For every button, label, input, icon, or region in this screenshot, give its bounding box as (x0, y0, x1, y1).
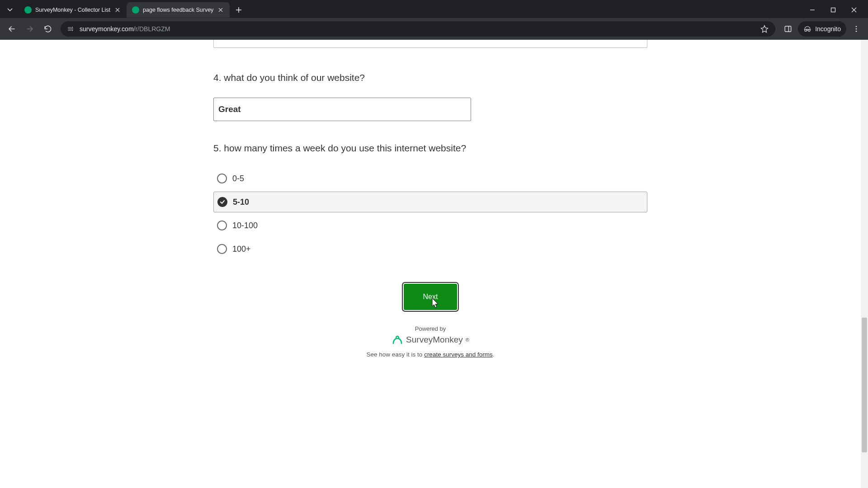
page-viewport: 4. what do you think of our website? 5. … (0, 40, 868, 488)
favicon-icon (132, 6, 139, 14)
arrow-left-icon (8, 25, 16, 33)
page-content: 4. what do you think of our website? 5. … (0, 40, 861, 488)
kebab-icon (852, 25, 860, 33)
address-bar[interactable]: surveymonkey.com/r/DBLRGZM (61, 21, 775, 37)
new-tab-button[interactable] (232, 4, 245, 16)
toolbar: surveymonkey.com/r/DBLRGZM Incognito (0, 18, 868, 40)
radio-icon (217, 221, 227, 230)
tab-title: page flows feedback Survey (143, 7, 213, 13)
surveymonkey-logo[interactable]: SurveyMonkey® (392, 335, 469, 345)
back-button[interactable] (4, 21, 20, 37)
svg-point-5 (856, 28, 857, 30)
survey-form: 4. what do you think of our website? 5. … (213, 40, 647, 358)
chevron-down-icon (7, 7, 13, 13)
tab-survey[interactable]: page flows feedback Survey (127, 2, 230, 18)
favicon-icon (24, 6, 32, 14)
previous-answer-box[interactable] (213, 40, 647, 48)
scrollbar-thumb[interactable] (862, 318, 867, 452)
option-label: 5-10 (233, 197, 249, 207)
close-icon[interactable] (114, 6, 121, 14)
svg-point-6 (856, 31, 857, 32)
question-5-options: 0-5 5-10 10-100 100+ (213, 168, 647, 259)
window-controls (802, 2, 864, 18)
reload-icon (44, 25, 52, 33)
forward-button[interactable] (22, 21, 38, 37)
side-panel-icon (784, 25, 792, 33)
arrow-right-icon (26, 25, 34, 33)
radio-checked-icon (217, 197, 227, 207)
option-label: 100+ (232, 244, 251, 254)
close-icon (851, 7, 857, 13)
scrollbar-track[interactable] (861, 40, 868, 488)
survey-footer: Powered by SurveyMonkey® See how easy it… (213, 325, 647, 358)
radio-option-10-100[interactable]: 10-100 (213, 215, 647, 236)
reload-button[interactable] (40, 21, 56, 37)
radio-icon (217, 244, 227, 254)
tab-search-dropdown[interactable] (4, 4, 16, 16)
svg-rect-3 (785, 26, 791, 32)
incognito-chip[interactable]: Incognito (798, 21, 846, 37)
incognito-label: Incognito (815, 25, 841, 33)
site-settings-icon[interactable] (66, 24, 75, 33)
incognito-icon (803, 25, 811, 33)
question-4-title: 4. what do you think of our website? (213, 72, 647, 83)
side-panel-button[interactable] (780, 21, 796, 37)
radio-option-5-10[interactable]: 5-10 (213, 192, 647, 212)
minimize-icon (810, 7, 815, 13)
option-label: 0-5 (232, 174, 244, 183)
brand-name: SurveyMonkey (406, 335, 463, 345)
monkey-icon (392, 335, 403, 344)
plus-icon (236, 7, 242, 13)
maximize-button[interactable] (823, 2, 844, 18)
option-label: 10-100 (232, 221, 258, 230)
svg-rect-0 (831, 8, 835, 12)
create-surveys-link[interactable]: create surveys and forms (424, 351, 493, 358)
star-icon (760, 25, 769, 33)
radio-option-0-5[interactable]: 0-5 (213, 168, 647, 189)
question-5-title: 5. how many times a week do you use this… (213, 143, 647, 154)
tab-bar: SurveyMonkey - Collector List page flows… (0, 0, 868, 18)
powered-by-label: Powered by (213, 325, 647, 332)
browser-chrome: SurveyMonkey - Collector List page flows… (0, 0, 868, 40)
svg-point-1 (72, 27, 73, 28)
tab-collector-list[interactable]: SurveyMonkey - Collector List (19, 2, 127, 18)
svg-point-2 (72, 30, 73, 31)
svg-point-4 (856, 26, 857, 27)
bookmark-button[interactable] (759, 23, 770, 34)
next-button-label: Next (423, 293, 438, 300)
radio-icon (217, 174, 227, 183)
maximize-icon (830, 7, 836, 13)
minimize-button[interactable] (802, 2, 823, 18)
footer-tagline: See how easy it is to create surveys and… (213, 351, 647, 358)
question-4-input[interactable] (213, 98, 471, 121)
browser-menu-button[interactable] (848, 21, 864, 37)
tab-title: SurveyMonkey - Collector List (35, 7, 110, 13)
close-window-button[interactable] (844, 2, 864, 18)
radio-option-100-plus[interactable]: 100+ (213, 239, 647, 259)
url-text: surveymonkey.com/r/DBLRGZM (80, 25, 755, 33)
next-button[interactable]: Next (404, 284, 457, 310)
close-icon[interactable] (217, 6, 224, 14)
